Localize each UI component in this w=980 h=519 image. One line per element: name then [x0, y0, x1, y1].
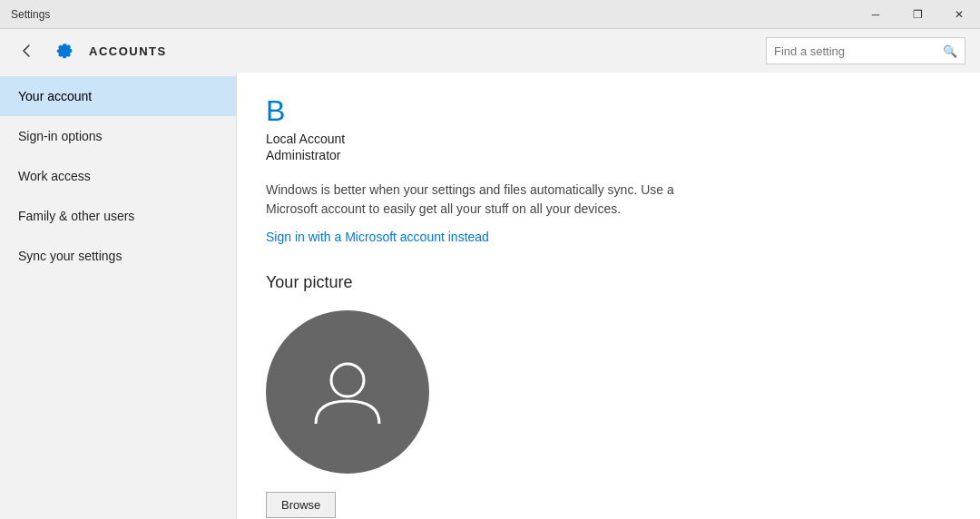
title-bar-controls: ─ ❐ ✕	[855, 0, 980, 29]
user-name: Local Account	[266, 132, 951, 146]
app-title: ACCOUNTS	[89, 44, 751, 58]
picture-section-title: Your picture	[266, 273, 951, 292]
sidebar-item-label: Sign-in options	[18, 129, 103, 143]
sidebar-item-label: Family & other users	[18, 209, 134, 223]
app-layout: ACCOUNTS 🔍 Your account Sign-in options …	[0, 29, 980, 519]
browse-button[interactable]: Browse	[266, 492, 336, 518]
sidebar-item-label: Sync your settings	[18, 249, 122, 263]
sidebar-item-family-other-users[interactable]: Family & other users	[0, 196, 236, 236]
sidebar-item-label: Work access	[18, 169, 91, 183]
sidebar-item-sync-your-settings[interactable]: Sync your settings	[0, 236, 236, 276]
main-content: Your account Sign-in options Work access…	[0, 73, 980, 519]
user-initial: B	[266, 94, 951, 128]
gear-icon	[54, 41, 74, 61]
restore-button[interactable]: ❐	[897, 0, 938, 29]
title-bar-left: Settings	[11, 8, 50, 21]
avatar	[266, 310, 429, 474]
app-header: ACCOUNTS 🔍	[0, 29, 980, 73]
sidebar-item-work-access[interactable]: Work access	[0, 156, 236, 196]
search-input[interactable]	[774, 44, 937, 58]
title-bar-title: Settings	[11, 8, 50, 21]
sidebar: Your account Sign-in options Work access…	[0, 73, 236, 519]
back-button[interactable]	[15, 38, 40, 64]
sync-info-text: Windows is better when your settings and…	[266, 181, 701, 219]
close-button[interactable]: ✕	[938, 0, 980, 29]
search-box[interactable]: 🔍	[766, 37, 965, 64]
svg-point-0	[331, 364, 364, 397]
sidebar-item-label: Your account	[18, 89, 92, 103]
sidebar-item-your-account[interactable]: Your account	[0, 76, 236, 116]
search-icon: 🔍	[943, 44, 957, 58]
user-role: Administrator	[266, 148, 951, 162]
sidebar-item-sign-in-options[interactable]: Sign-in options	[0, 116, 236, 156]
minimize-button[interactable]: ─	[855, 0, 897, 29]
content-area: B Local Account Administrator Windows is…	[236, 73, 980, 519]
title-bar: Settings ─ ❐ ✕	[0, 0, 980, 29]
ms-account-link[interactable]: Sign in with a Microsoft account instead	[266, 230, 489, 244]
avatar-icon	[307, 351, 388, 433]
